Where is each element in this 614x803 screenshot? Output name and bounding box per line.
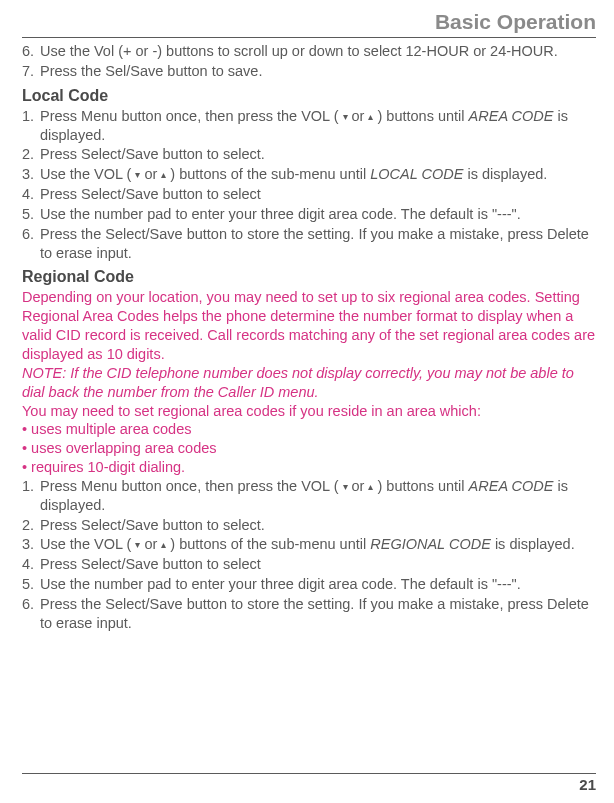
text-fragment: or — [140, 536, 161, 552]
text-fragment: ) buttons of the sub-menu until — [166, 166, 370, 182]
page-footer: 21 — [22, 773, 596, 793]
regional-step-4: 4. Press Select/Save button to select — [22, 555, 596, 574]
step-text: Use the Vol (+ or -) buttons to scroll u… — [40, 42, 596, 61]
text-fragment: or — [140, 166, 161, 182]
step-6: 6. Use the Vol (+ or -) buttons to scrol… — [22, 42, 596, 61]
local-step-5: 5. Use the number pad to enter your thre… — [22, 205, 596, 224]
step-number: 5. — [22, 205, 40, 224]
step-number: 2. — [22, 516, 40, 535]
step-text: Press Menu button once, then press the V… — [40, 477, 596, 515]
menu-name: REGIONAL CODE — [370, 536, 491, 552]
bullet-icon: • — [22, 459, 27, 475]
step-text: Press Select/Save button to select — [40, 185, 596, 204]
menu-name: LOCAL CODE — [370, 166, 463, 182]
step-number: 5. — [22, 575, 40, 594]
menu-name: AREA CODE — [469, 478, 554, 494]
menu-name: AREA CODE — [469, 108, 554, 124]
text-fragment: is displayed. — [463, 166, 547, 182]
header-title: Basic Operation — [435, 10, 596, 33]
step-text: Press Menu button once, then press the V… — [40, 107, 596, 145]
local-step-6: 6. Press the Select/Save button to store… — [22, 225, 596, 263]
up-triangle-icon: ▴ — [368, 111, 373, 122]
text-fragment: Press Menu button once, then press the V… — [40, 108, 343, 124]
down-triangle-icon: ▾ — [343, 111, 348, 122]
step-number: 1. — [22, 107, 40, 145]
local-step-3: 3. Use the VOL ( ▾ or ▴ ) buttons of the… — [22, 165, 596, 184]
text-fragment: ) buttons until — [373, 108, 468, 124]
page-number: 21 — [579, 776, 596, 793]
regional-note: NOTE: If the CID telephone number does n… — [22, 364, 596, 402]
step-number: 6. — [22, 225, 40, 263]
step-number: 4. — [22, 555, 40, 574]
regional-step-1: 1. Press Menu button once, then press th… — [22, 477, 596, 515]
regional-need: You may need to set regional area codes … — [22, 402, 596, 421]
text-fragment: ) buttons until — [373, 478, 468, 494]
bullet-text: requires 10-digit dialing. — [31, 459, 185, 475]
step-number: 1. — [22, 477, 40, 515]
step-number: 2. — [22, 145, 40, 164]
regional-step-6: 6. Press the Select/Save button to store… — [22, 595, 596, 633]
bullet-text: uses overlapping area codes — [31, 440, 216, 456]
text-fragment: or — [348, 478, 369, 494]
step-text: Use the number pad to enter your three d… — [40, 205, 596, 224]
text-fragment: Press Menu button once, then press the V… — [40, 478, 343, 494]
text-fragment: or — [348, 108, 369, 124]
local-step-4: 4. Press Select/Save button to select — [22, 185, 596, 204]
step-text: Press Select/Save button to select. — [40, 145, 596, 164]
text-fragment: ) buttons of the sub-menu until — [166, 536, 370, 552]
bullet-text: uses multiple area codes — [31, 421, 191, 437]
step-number: 6. — [22, 595, 40, 633]
down-triangle-icon: ▾ — [343, 481, 348, 492]
down-triangle-icon: ▾ — [135, 539, 140, 550]
up-triangle-icon: ▴ — [161, 169, 166, 180]
step-number: 4. — [22, 185, 40, 204]
regional-code-heading: Regional Code — [22, 268, 596, 286]
local-step-2: 2. Press Select/Save button to select. — [22, 145, 596, 164]
step-text: Press Select/Save button to select. — [40, 516, 596, 535]
regional-step-5: 5. Use the number pad to enter your thre… — [22, 575, 596, 594]
step-text: Press Select/Save button to select — [40, 555, 596, 574]
regional-step-3: 3. Use the VOL ( ▾ or ▴ ) buttons of the… — [22, 535, 596, 554]
down-triangle-icon: ▾ — [135, 169, 140, 180]
bullet-icon: • — [22, 421, 27, 437]
regional-intro: Depending on your location, you may need… — [22, 288, 596, 363]
bullet-icon: • — [22, 440, 27, 456]
up-triangle-icon: ▴ — [368, 481, 373, 492]
step-number: 7. — [22, 62, 40, 81]
step-text: Press the Sel/Save button to save. — [40, 62, 596, 81]
step-7: 7. Press the Sel/Save button to save. — [22, 62, 596, 81]
step-number: 3. — [22, 535, 40, 554]
up-triangle-icon: ▴ — [161, 539, 166, 550]
bullet-3: • requires 10-digit dialing. — [22, 458, 596, 477]
bullet-2: • uses overlapping area codes — [22, 439, 596, 458]
text-fragment: is displayed. — [491, 536, 575, 552]
regional-step-2: 2. Press Select/Save button to select. — [22, 516, 596, 535]
step-text: Use the number pad to enter your three d… — [40, 575, 596, 594]
local-code-heading: Local Code — [22, 87, 596, 105]
step-number: 6. — [22, 42, 40, 61]
step-text: Press the Select/Save button to store th… — [40, 595, 596, 633]
step-number: 3. — [22, 165, 40, 184]
local-step-1: 1. Press Menu button once, then press th… — [22, 107, 596, 145]
step-text: Use the VOL ( ▾ or ▴ ) buttons of the su… — [40, 165, 596, 184]
text-fragment: Use the VOL ( — [40, 536, 135, 552]
step-text: Use the VOL ( ▾ or ▴ ) buttons of the su… — [40, 535, 596, 554]
page-header: Basic Operation — [22, 10, 596, 38]
step-text: Press the Select/Save button to store th… — [40, 225, 596, 263]
text-fragment: Use the VOL ( — [40, 166, 135, 182]
bullet-1: • uses multiple area codes — [22, 420, 596, 439]
